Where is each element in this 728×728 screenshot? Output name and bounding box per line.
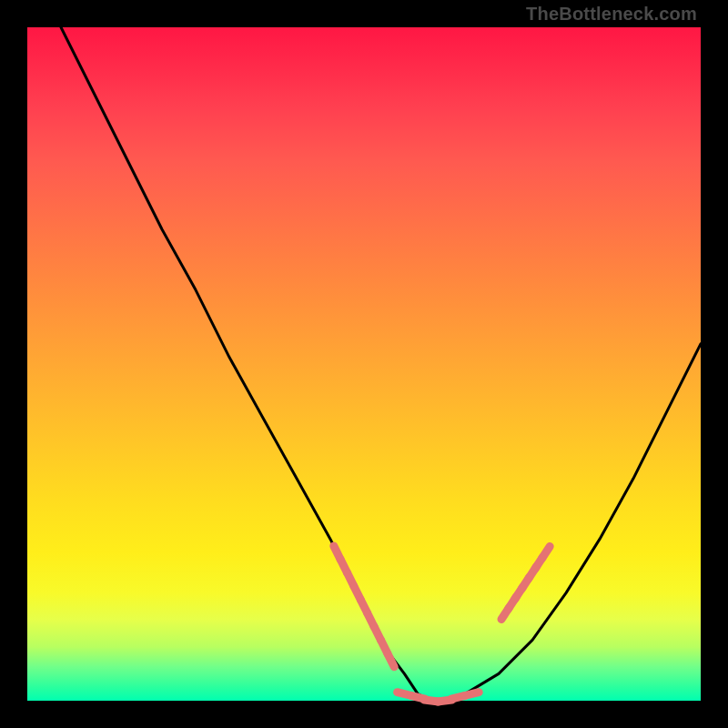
plot-area: [27, 27, 701, 701]
chart-frame: TheBottleneck.com: [0, 0, 728, 728]
marker-dots: [334, 546, 550, 702]
curve-layer: [27, 27, 701, 701]
watermark-text: TheBottleneck.com: [526, 4, 697, 25]
svg-line-21: [541, 547, 550, 559]
svg-line-8: [388, 653, 394, 666]
bottleneck-curve: [61, 27, 701, 701]
svg-line-14: [465, 693, 480, 696]
